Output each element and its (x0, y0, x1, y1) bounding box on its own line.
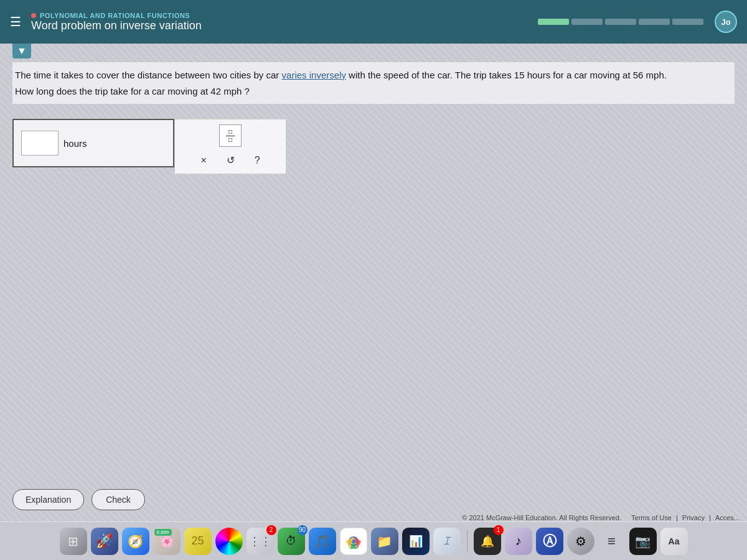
check-button[interactable]: Check (92, 489, 145, 510)
profile-button[interactable]: Jo (715, 11, 737, 33)
header-title: Word problem on inverse variation (31, 19, 202, 32)
question-text-part1: The time it takes to cover the distance … (15, 70, 282, 80)
dock-item-chrome[interactable] (340, 528, 367, 555)
privacy-link[interactable]: Privacy (682, 514, 705, 521)
question-text-part2: with the speed of the car. The trip take… (346, 70, 667, 80)
dock-item-notes[interactable]: 25 (184, 528, 212, 555)
progress-segment-4 (639, 19, 670, 25)
dock-item-system-preferences[interactable]: ⚙ (567, 528, 594, 555)
copyright-text: © 2021 McGraw-Hill Education. All Rights… (462, 514, 621, 521)
bottom-buttons: Explanation Check (12, 489, 145, 510)
answer-input[interactable] (21, 131, 59, 156)
dock-item-rocket[interactable]: 🚀 (91, 528, 118, 555)
header-category: POLYNOMIAL AND RATIONAL FUNCTIONS (31, 12, 202, 19)
dock-item-dictionary[interactable]: Aa (660, 528, 688, 555)
dock-item-timer[interactable]: ⏱ 90 (278, 528, 305, 555)
dock-item-photos[interactable]: 🌸 6,886 (153, 528, 181, 555)
fraction-button[interactable]: □ □ (219, 124, 242, 147)
dock-item-text[interactable]: 𝙸 (433, 528, 461, 555)
dock-item-camera[interactable]: 📷 (629, 528, 657, 555)
math-buttons-row: × ↺ ? (195, 152, 265, 169)
separator-2: | (709, 514, 713, 521)
header-text: POLYNOMIAL AND RATIONAL FUNCTIONS Word p… (31, 12, 202, 32)
progress-segment-5 (672, 19, 703, 25)
fraction-bottom: □ (226, 136, 235, 144)
notification-badge: 1 (494, 525, 504, 535)
access-link[interactable]: Acces... (715, 514, 740, 521)
progress-segment-1 (538, 19, 569, 25)
math-toolbar: □ □ × ↺ ? (174, 119, 286, 174)
answer-unit-label: hours (63, 138, 87, 149)
header-progress: Jo (538, 11, 737, 33)
terms-link[interactable]: Terms of Use (631, 514, 672, 521)
dock-item-launchpad[interactable]: ⊞ (60, 528, 87, 555)
grid-badge: 2 (266, 525, 276, 535)
dock-item-colors[interactable] (215, 528, 243, 555)
dock-item-safari[interactable]: 🧭 (122, 528, 149, 555)
photos-badge: 6,886 (154, 529, 172, 536)
hamburger-menu[interactable]: ☰ (10, 14, 21, 29)
footer-copyright: © 2021 McGraw-Hill Education. All Rights… (459, 514, 740, 521)
progress-segment-2 (571, 19, 603, 25)
dock-item-stocks[interactable]: 📊 (402, 528, 430, 555)
help-button[interactable]: ? (250, 152, 265, 169)
timer-badge: 90 (298, 525, 308, 535)
progress-bar (538, 19, 703, 25)
dock-item-grid[interactable]: ⋮⋮ 2 (247, 528, 274, 555)
clear-button[interactable]: × (195, 152, 211, 169)
dock-item-music[interactable]: 🎵 (309, 528, 336, 555)
dock-item-finder[interactable]: 📁 (371, 528, 398, 555)
header: ☰ POLYNOMIAL AND RATIONAL FUNCTIONS Word… (0, 0, 747, 44)
answer-box: hours (12, 119, 174, 167)
dock-item-notification[interactable]: 🔔 1 (474, 528, 501, 555)
dropdown-arrow[interactable]: ▼ (12, 44, 31, 58)
undo-button[interactable]: ↺ (222, 152, 240, 169)
dock-separator (467, 530, 467, 553)
progress-segment-3 (605, 19, 636, 25)
explanation-button[interactable]: Explanation (12, 489, 84, 510)
dock-item-wifi[interactable]: ≡ (598, 528, 626, 555)
question-area: The time it takes to cover the distance … (12, 62, 735, 174)
status-dot (31, 13, 36, 18)
question-text-part3: How long does the trip take for a car mo… (15, 86, 250, 96)
separator-1: | (676, 514, 680, 521)
varies-inversely-link[interactable]: varies inversely (282, 70, 346, 80)
fraction-top: □ (226, 128, 235, 136)
dock: ⊞ 🚀 🧭 🌸 6,886 25 ⋮⋮ 2 ⏱ 90 🎵 📁 (0, 521, 747, 560)
question-text: The time it takes to cover the distance … (12, 62, 735, 104)
answer-area: hours □ □ × ↺ ? (12, 119, 735, 174)
dock-item-music-note[interactable]: ♪ (505, 528, 532, 555)
dock-item-accessibility[interactable]: Ⓐ (536, 528, 563, 555)
